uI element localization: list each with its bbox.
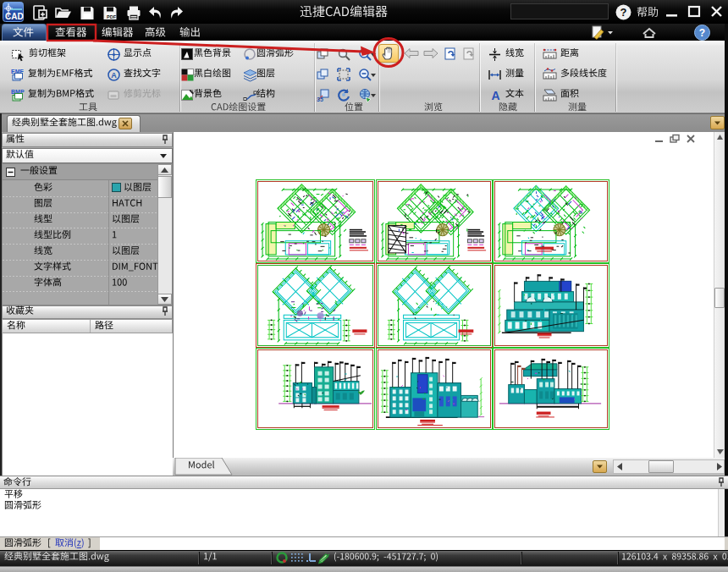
svg-text:?: ? xyxy=(699,27,705,39)
svg-text:A: A xyxy=(111,71,117,80)
svg-text:PDF: PDF xyxy=(107,14,117,19)
svg-text:?: ? xyxy=(620,6,627,19)
svg-text:A: A xyxy=(491,89,499,102)
svg-text:35: 35 xyxy=(317,96,323,102)
svg-text:CAD: CAD xyxy=(5,12,24,21)
